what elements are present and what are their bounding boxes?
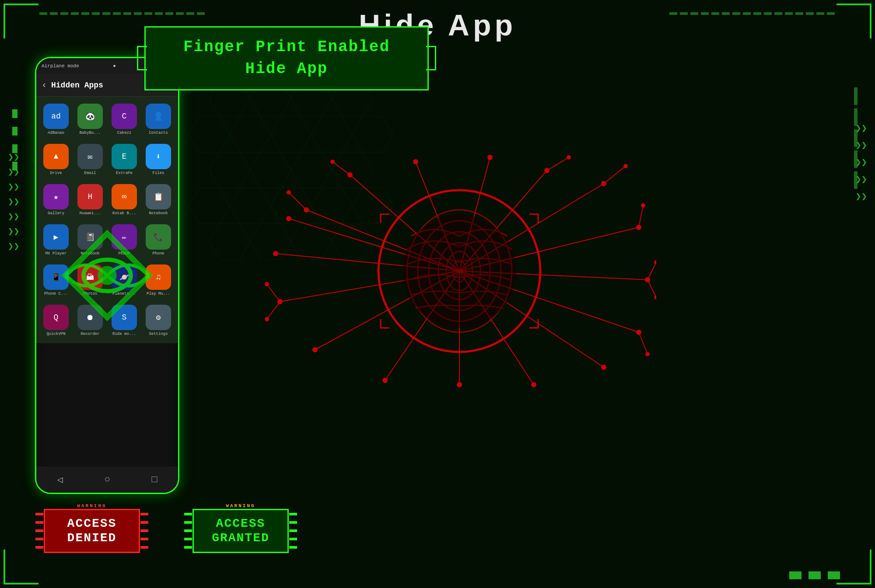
svg-line-41 [289,192,306,210]
status-badges: WARNING ACCESS DENIED WARNING [44,509,289,553]
list-item[interactable]: ⚙Settings [142,301,175,340]
svg-point-66 [273,251,278,256]
svg-point-59 [636,330,641,335]
app-label: Kotak B... [112,211,136,216]
badge-denied-stripes-right [140,510,148,552]
list-item[interactable]: ▶MX Player [40,221,72,259]
list-item[interactable]: 📓Notebook [74,221,106,259]
svg-point-51 [304,207,309,212]
app-icon: 🪐 [112,264,137,290]
svg-point-73 [654,260,656,264]
corner-bl [4,550,38,585]
svg-point-67 [286,216,291,221]
svg-line-50 [267,284,280,302]
app-label: Email [84,171,96,175]
app-icon: ★ [43,184,69,209]
left-chevron-3: ❯❯ [8,183,20,192]
svg-line-47 [648,280,656,297]
home-nav-icon[interactable]: ○ [104,474,110,485]
left-chevron-5: ❯❯ [8,212,20,222]
screen-title: Hidden Apps [51,81,150,90]
svg-line-49 [267,302,280,319]
app-icon: ∞ [112,184,137,209]
app-label: Settings [149,332,168,336]
svg-point-54 [487,155,493,160]
recent-nav-icon[interactable]: □ [151,474,157,485]
phone-screen: Airplane mode ● 139 1:39 ‹ Hidden Apps +… [35,57,179,494]
list-item[interactable]: 🐼BabyBu... [74,100,106,139]
app-label: Ride mo... [112,332,136,336]
list-item[interactable]: ∞Kotak B... [108,181,140,219]
svg-point-60 [601,365,606,370]
feature-box-inner: Finger Print Enabled Hide App [144,26,429,90]
left-dot-1 [12,109,18,118]
svg-marker-7 [230,117,270,153]
svg-line-44 [604,166,626,184]
app-icon: ▲ [43,144,69,169]
signal-icon: ● [113,63,116,69]
list-item[interactable]: 📋Notebook [142,181,175,219]
svg-marker-9 [312,117,352,153]
svg-marker-11 [209,152,250,188]
back-icon[interactable]: ‹ [42,80,47,90]
svg-marker-6 [189,117,230,153]
list-item[interactable]: ⬇Files [142,140,175,179]
svg-point-76 [265,317,269,321]
app-icon: ⏺ [77,305,103,330]
app-icon: E [112,144,137,169]
app-label: Drive [50,171,62,175]
svg-point-72 [641,203,645,208]
access-denied-text: ACCESS DENIED [58,516,126,546]
app-icon: S [112,305,137,330]
app-label: Recorder [80,332,99,336]
back-nav-icon[interactable]: ◁ [57,474,63,486]
svg-marker-15 [189,188,230,224]
list-item[interactable]: SRide mo... [108,301,140,340]
list-item[interactable]: 👤Contacts [142,100,175,139]
airplane-mode-label: Airplane mode [42,63,79,69]
svg-point-77 [265,282,269,286]
list-item[interactable]: HHuawei... [74,181,106,219]
app-label: Planets... [112,292,136,296]
list-item[interactable]: EExtraPe [108,140,140,179]
svg-point-63 [382,378,388,383]
list-item[interactable]: ★Gallery [40,181,72,219]
list-item[interactable]: CCakezz [108,100,140,139]
svg-point-52 [347,172,353,177]
app-label: PENUP [118,251,130,256]
app-grid: adAdBanao🐼BabyBu...CCakezz👤Contacts▲Driv… [36,97,178,343]
app-label: BabyBu... [80,131,101,135]
list-item[interactable]: ♫Play Mu... [142,261,175,299]
right-chevron-3: ❯❯ [856,157,868,168]
right-chevron-2: ❯❯ [856,139,868,151]
left-dot-3 [12,144,18,153]
svg-line-42 [332,162,350,175]
left-chevron-6: ❯❯ [8,227,20,237]
list-item[interactable]: 📞Phone [142,221,175,259]
access-granted-text: ACCESS GRANTED [207,516,274,546]
indicator-dot-2 [808,571,821,579]
list-item[interactable]: 🪐Planets... [108,261,140,299]
list-item[interactable]: 📱Phone C... [40,261,72,299]
list-item[interactable]: ✉Email [74,140,106,179]
list-item[interactable]: 🏔Photos [74,261,106,299]
badge-granted-stripes-right [289,510,297,552]
list-item[interactable]: ▲Drive [40,140,72,179]
app-icon: ad [43,104,69,129]
app-icon: 📋 [146,184,171,209]
list-item[interactable]: adAdBanao [40,100,72,139]
svg-point-74 [654,295,656,299]
corner-br [836,550,872,585]
app-label: Phone [152,251,164,256]
phone-mockup: Airplane mode ● 139 1:39 ‹ Hidden Apps +… [35,57,179,494]
list-item[interactable]: ⏺Recorder [74,301,106,340]
list-item[interactable]: ✏PENUP [108,221,140,259]
left-dots [12,109,18,170]
svg-point-68 [287,190,291,195]
app-icon: ⚙ [146,305,171,330]
svg-line-46 [648,262,656,280]
list-item[interactable]: QQuickVPN [40,301,72,340]
indicator-dot-3 [828,571,840,579]
svg-marker-20 [209,224,250,260]
app-icon: ✏ [112,224,137,250]
